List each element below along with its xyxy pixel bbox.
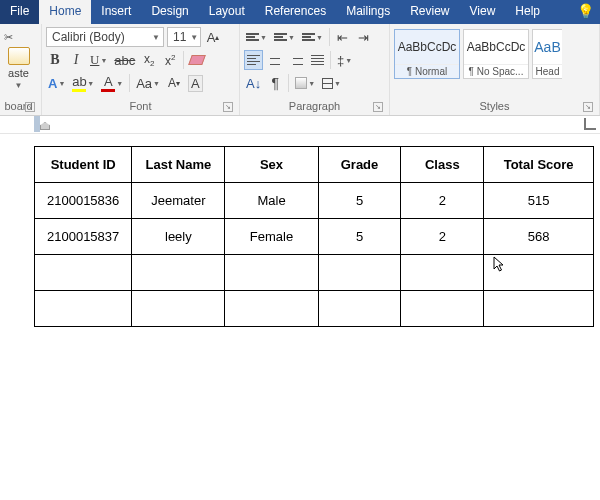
table-cell[interactable]	[484, 291, 594, 327]
table-cell[interactable]	[35, 255, 132, 291]
chevron-down-icon: ▼	[186, 33, 198, 42]
table-header[interactable]: Sex	[225, 147, 318, 183]
table-cell[interactable]: 2	[401, 183, 484, 219]
table-cell[interactable]: 568	[484, 219, 594, 255]
table-cell[interactable]: 2100015836	[35, 183, 132, 219]
table-cell[interactable]: 5	[318, 219, 401, 255]
table-cell[interactable]	[484, 255, 594, 291]
tab-review[interactable]: Review	[400, 0, 459, 24]
strikethrough-button[interactable]: abc	[112, 50, 137, 70]
justify-button[interactable]	[308, 50, 326, 70]
align-center-button[interactable]	[266, 50, 284, 70]
tab-stop-icon[interactable]	[584, 118, 596, 130]
group-styles: AaBbCcDc ¶ Normal AaBbCcDc ¶ No Spac... …	[390, 24, 600, 115]
document-area[interactable]: Student ID Last Name Sex Grade Class Tot…	[0, 134, 600, 327]
dialog-launcher-icon[interactable]: ↘	[373, 102, 383, 112]
table-cell[interactable]: Male	[225, 183, 318, 219]
table-cell[interactable]	[401, 255, 484, 291]
align-left-button[interactable]	[244, 50, 263, 70]
table-cell[interactable]: 2100015837	[35, 219, 132, 255]
clear-formatting-button[interactable]	[188, 50, 206, 70]
tab-references[interactable]: References	[255, 0, 336, 24]
table-cell[interactable]	[225, 291, 318, 327]
table-cell[interactable]: 2	[401, 219, 484, 255]
table-header[interactable]: Total Score	[484, 147, 594, 183]
underline-button[interactable]: U▼	[88, 50, 109, 70]
table-cell[interactable]	[132, 255, 225, 291]
table-cell[interactable]: 5	[318, 183, 401, 219]
multilevel-list-button[interactable]: ▼	[300, 27, 325, 47]
line-spacing-button[interactable]: ‡▼	[335, 50, 354, 70]
show-paragraph-marks-button[interactable]: ¶	[266, 73, 284, 93]
ribbon-tabs: File Home Insert Design Layout Reference…	[0, 0, 600, 24]
numbering-button[interactable]: ▼	[272, 27, 297, 47]
style-heading1[interactable]: AaB Head	[532, 29, 562, 79]
tab-mailings[interactable]: Mailings	[336, 0, 400, 24]
table-row[interactable]: 2100015836 Jeemater Male 5 2 515	[35, 183, 594, 219]
dialog-launcher-icon[interactable]: ↘	[25, 102, 35, 112]
text-effects-button[interactable]: A▼	[46, 73, 67, 93]
paste-button[interactable]: aste ▼	[0, 45, 37, 90]
paint-bucket-icon	[295, 77, 307, 89]
table-cell[interactable]: Jeemater	[132, 183, 225, 219]
dialog-launcher-icon[interactable]: ↘	[583, 102, 593, 112]
font-name-combo[interactable]: Calibri (Body)▼	[46, 27, 164, 47]
table-cell[interactable]: Female	[225, 219, 318, 255]
superscript-button[interactable]: x2	[161, 50, 179, 70]
student-table[interactable]: Student ID Last Name Sex Grade Class Tot…	[34, 146, 594, 327]
border-icon	[322, 78, 333, 89]
shading-button[interactable]: ▼	[293, 73, 317, 93]
cut-icon[interactable]: ✂	[0, 29, 16, 45]
italic-button[interactable]: I	[67, 50, 85, 70]
group-clipboard: ✂ aste ▼ board ↘	[0, 24, 42, 115]
table-row[interactable]	[35, 255, 594, 291]
tell-me-icon[interactable]: 💡	[571, 0, 600, 24]
tab-file[interactable]: File	[0, 0, 39, 24]
style-no-spacing[interactable]: AaBbCcDc ¶ No Spac...	[463, 29, 529, 79]
change-case-button[interactable]: Aa▼	[134, 73, 162, 93]
table-cell[interactable]	[35, 291, 132, 327]
table-row[interactable]: 2100015837 leely Female 5 2 568	[35, 219, 594, 255]
tab-home[interactable]: Home	[39, 0, 91, 24]
table-header[interactable]: Last Name	[132, 147, 225, 183]
indent-marker-icon[interactable]	[40, 122, 50, 130]
decrease-indent-button[interactable]: ⇤	[334, 27, 352, 47]
subscript-button[interactable]: x2	[140, 50, 158, 70]
table-cell[interactable]: 515	[484, 183, 594, 219]
group-font: Calibri (Body)▼ 11▼ A▴ B I U▼ abc x2 x2 …	[42, 24, 240, 115]
table-cell[interactable]	[318, 291, 401, 327]
dialog-launcher-icon[interactable]: ↘	[223, 102, 233, 112]
table-header[interactable]: Grade	[318, 147, 401, 183]
table-cell[interactable]	[318, 255, 401, 291]
tab-layout[interactable]: Layout	[199, 0, 255, 24]
table-cell[interactable]	[401, 291, 484, 327]
table-header-row[interactable]: Student ID Last Name Sex Grade Class Tot…	[35, 147, 594, 183]
table-cell[interactable]	[132, 291, 225, 327]
tab-design[interactable]: Design	[141, 0, 198, 24]
grow-font-button[interactable]: A▴	[204, 27, 222, 47]
table-cell[interactable]	[225, 255, 318, 291]
table-cell[interactable]: leely	[132, 219, 225, 255]
font-color-button[interactable]: A▼	[99, 73, 125, 93]
highlight-button[interactable]: ab▼	[70, 73, 96, 93]
chevron-down-icon: ▼	[148, 33, 160, 42]
bold-button[interactable]: B	[46, 50, 64, 70]
table-header[interactable]: Class	[401, 147, 484, 183]
table-row[interactable]	[35, 291, 594, 327]
shrink-font-button[interactable]: A▾	[165, 73, 183, 93]
tab-help[interactable]: Help	[505, 0, 550, 24]
bullets-button[interactable]: ▼	[244, 27, 269, 47]
tab-insert[interactable]: Insert	[91, 0, 141, 24]
table-header[interactable]: Student ID	[35, 147, 132, 183]
horizontal-ruler[interactable]	[0, 116, 600, 134]
increase-indent-button[interactable]: ⇥	[355, 27, 373, 47]
align-right-button[interactable]	[287, 50, 305, 70]
sort-button[interactable]: A↓	[244, 73, 263, 93]
group-label-font: Font ↘	[46, 98, 235, 115]
font-size-combo[interactable]: 11▼	[167, 27, 201, 47]
eraser-icon	[188, 55, 206, 65]
character-shading-button[interactable]: A	[186, 73, 205, 93]
style-normal[interactable]: AaBbCcDc ¶ Normal	[394, 29, 460, 79]
tab-view[interactable]: View	[460, 0, 506, 24]
borders-button[interactable]: ▼	[320, 73, 343, 93]
